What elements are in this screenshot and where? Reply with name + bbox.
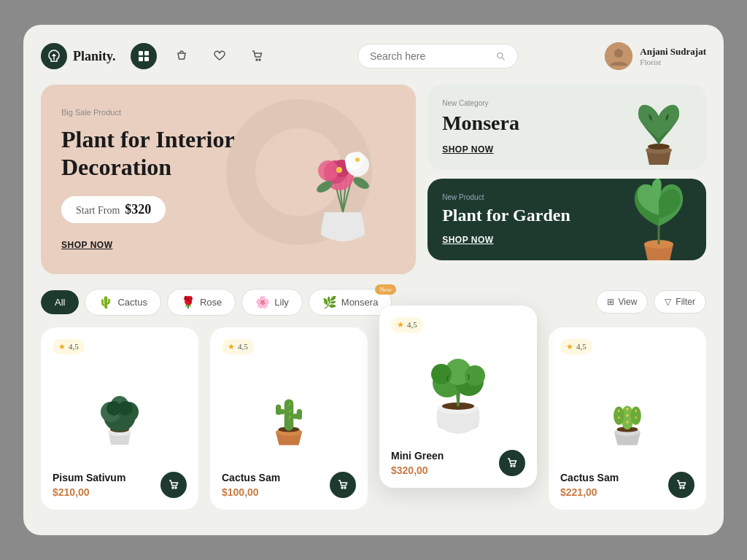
svg-point-62 bbox=[514, 465, 515, 467]
cactus-tab-icon: 🌵 bbox=[98, 295, 113, 309]
price-value: $320 bbox=[125, 202, 151, 217]
cart-nav-button[interactable] bbox=[244, 43, 271, 69]
logo-icon bbox=[41, 43, 67, 69]
right-banners: New Category Monsera SHOP NOW bbox=[427, 85, 706, 260]
svg-point-72 bbox=[618, 417, 620, 419]
tab-monsera-wrapper: 🌿 Monsera New bbox=[309, 289, 392, 316]
header-nav bbox=[131, 43, 271, 69]
svg-point-23 bbox=[336, 167, 342, 173]
logo-area: Planity. bbox=[41, 43, 116, 69]
product-image-4 bbox=[560, 360, 694, 472]
bag-nav-button[interactable] bbox=[169, 43, 195, 69]
product-image-3 bbox=[391, 338, 525, 450]
star-icon-4: ★ bbox=[566, 342, 573, 351]
rating-value-2: 4,5 bbox=[238, 342, 248, 351]
rating-badge-1: ★ 4,5 bbox=[53, 339, 85, 354]
svg-point-73 bbox=[635, 411, 637, 413]
svg-point-75 bbox=[680, 487, 681, 489]
filter-button[interactable]: ▽ Filter bbox=[654, 290, 706, 314]
svg-point-6 bbox=[498, 53, 503, 58]
svg-point-74 bbox=[635, 417, 637, 419]
svg-point-71 bbox=[618, 411, 620, 413]
add-cart-btn-4[interactable] bbox=[668, 472, 694, 498]
category-tabs: All 🌵 Cactus 🌹 Rose 🌸 Lily 🌿 Monsera New bbox=[41, 289, 392, 316]
products-grid: ★ 4,5 Pisum Sat bbox=[41, 327, 706, 510]
svg-rect-0 bbox=[139, 51, 143, 55]
user-info: Anjani Sudrajat Florist bbox=[640, 46, 706, 66]
svg-point-5 bbox=[259, 59, 260, 61]
user-area: Anjani Sudrajat Florist bbox=[605, 42, 706, 70]
heart-nav-button[interactable] bbox=[206, 43, 233, 69]
logo-text: Planity. bbox=[73, 49, 116, 64]
filter-actions: ⊞ View ▽ Filter bbox=[596, 290, 706, 314]
rose-tab-icon: 🌹 bbox=[181, 295, 196, 309]
product-card-1: ★ 4,5 Pisum Sat bbox=[41, 327, 198, 510]
main-banner: Big Sale Product Plant for Interior Deco… bbox=[41, 85, 416, 274]
price-prefix: Start From bbox=[76, 205, 120, 216]
product-card-2: ★ 4,5 bbox=[210, 327, 368, 510]
product-image-1 bbox=[53, 360, 187, 472]
user-role: Florist bbox=[640, 58, 706, 66]
rating-badge-3: ★ 4,5 bbox=[391, 317, 423, 332]
header: Planity. bbox=[41, 42, 706, 70]
search-bar[interactable] bbox=[357, 44, 518, 69]
product-card-4: ★ 4,5 bbox=[549, 327, 706, 510]
search-input[interactable] bbox=[370, 50, 491, 62]
main-banner-title: Plant for Interior Decoration bbox=[61, 125, 266, 182]
rating-badge-4: ★ 4,5 bbox=[560, 339, 592, 354]
add-cart-btn-2[interactable] bbox=[330, 472, 356, 498]
svg-rect-2 bbox=[139, 57, 143, 61]
svg-point-38 bbox=[175, 487, 177, 489]
monsera-card: New Category Monsera SHOP NOW bbox=[427, 85, 706, 170]
svg-point-66 bbox=[614, 407, 624, 425]
svg-rect-3 bbox=[144, 57, 149, 61]
garden-card: New Product Plant for Garden SHOP NOW bbox=[427, 179, 706, 260]
garden-cta[interactable]: SHOP NOW bbox=[442, 235, 493, 245]
svg-point-67 bbox=[631, 407, 641, 425]
svg-point-76 bbox=[683, 487, 684, 489]
svg-point-49 bbox=[341, 487, 343, 489]
svg-point-8 bbox=[614, 49, 623, 58]
new-badge: New bbox=[375, 284, 396, 295]
garden-plant-image bbox=[619, 179, 699, 260]
svg-point-60 bbox=[465, 365, 485, 386]
app-container: Planity. bbox=[23, 25, 724, 535]
flower-bouquet-image bbox=[285, 106, 401, 252]
rating-value-3: 4,5 bbox=[407, 320, 417, 329]
filter-bar: All 🌵 Cactus 🌹 Rose 🌸 Lily 🌿 Monsera New bbox=[41, 289, 706, 316]
avatar-image bbox=[605, 42, 632, 70]
svg-rect-43 bbox=[276, 405, 281, 415]
main-banner-cta[interactable]: SHOP NOW bbox=[61, 240, 112, 250]
filter-icon: ▽ bbox=[665, 297, 671, 307]
monsera-tab-icon: 🌿 bbox=[322, 295, 337, 309]
grid-nav-button[interactable] bbox=[131, 43, 157, 69]
star-icon-2: ★ bbox=[228, 342, 235, 351]
svg-point-22 bbox=[352, 175, 371, 191]
tab-cactus[interactable]: 🌵 Cactus bbox=[85, 289, 160, 316]
svg-point-37 bbox=[172, 487, 174, 489]
product-card-3: ★ 4,5 bbox=[379, 306, 537, 488]
svg-rect-41 bbox=[285, 400, 294, 431]
star-icon-3: ★ bbox=[397, 320, 404, 330]
star-icon-1: ★ bbox=[58, 342, 66, 351]
svg-point-24 bbox=[355, 158, 360, 162]
lily-tab-icon: 🌸 bbox=[255, 295, 270, 309]
monsera-cta[interactable]: SHOP NOW bbox=[442, 144, 493, 155]
svg-point-50 bbox=[344, 487, 346, 489]
view-button[interactable]: ⊞ View bbox=[596, 290, 649, 314]
svg-point-69 bbox=[626, 414, 629, 417]
add-cart-btn-1[interactable] bbox=[160, 472, 187, 498]
price-tag: Start From $320 bbox=[61, 196, 166, 223]
add-cart-btn-3[interactable] bbox=[499, 450, 525, 476]
product-image-2 bbox=[222, 360, 356, 472]
svg-point-4 bbox=[256, 59, 258, 61]
avatar bbox=[605, 42, 632, 70]
svg-point-20 bbox=[318, 160, 338, 181]
tab-all[interactable]: All bbox=[41, 290, 79, 314]
tab-rose[interactable]: 🌹 Rose bbox=[167, 289, 236, 316]
view-icon: ⊞ bbox=[607, 297, 614, 307]
svg-point-36 bbox=[118, 401, 133, 416]
tab-lily[interactable]: 🌸 Lily bbox=[241, 289, 303, 316]
rating-value-4: 4,5 bbox=[576, 342, 587, 351]
hero-section: Big Sale Product Plant for Interior Deco… bbox=[41, 85, 706, 274]
